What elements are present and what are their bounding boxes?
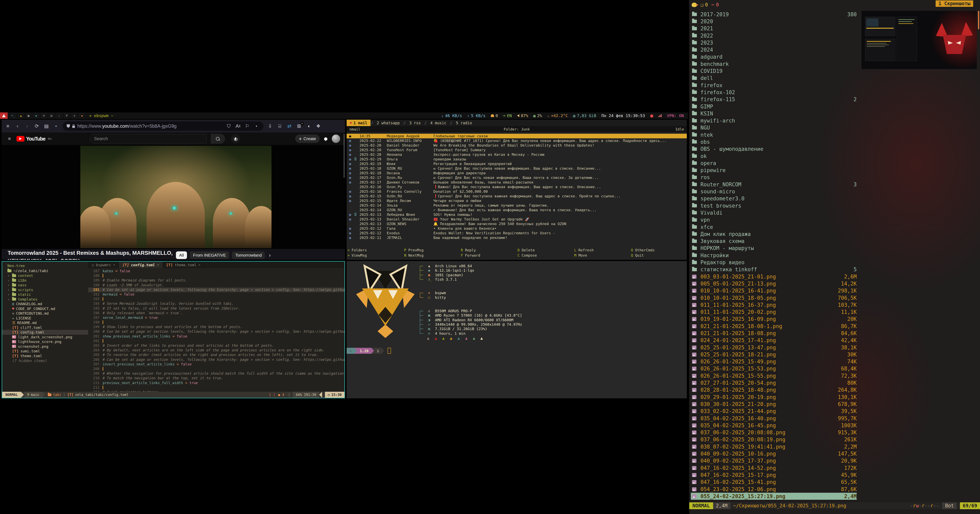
tree-file[interactable]: ≣CHANGELOG.md (2, 302, 88, 306)
file-row[interactable]: 010_10-01-2025_18-05.png706,5K (691, 294, 857, 301)
tree-folder[interactable]: ›i18n (2, 278, 88, 283)
file-row[interactable]: 040_09-02-2025_10-16.png147,5K (691, 450, 857, 457)
tree-file[interactable]: [T]sumi.toml (2, 349, 88, 353)
mail-tab-4[interactable]: 4 music (427, 120, 450, 126)
mail-row[interactable]: ●2025-02-12ExodusExodus Wallet: New Veri… (347, 231, 687, 236)
kitty-terminal-window[interactable]: ┌─▲Arch Linux x86_64├─◉6.12.16-lqx1-1-lq… (347, 261, 687, 398)
workspace-icon-kitty[interactable]: ▲ (19, 113, 23, 118)
file-row[interactable]: ok (691, 153, 857, 160)
mail-row[interactable]: ●2025-02-13Daniel Shnaider🧰 Your Warmy T… (347, 217, 687, 221)
yazi-tab-badge[interactable]: 1 Скриншоты (935, 0, 973, 7)
tree-folder[interactable]: ›templates (2, 297, 88, 302)
tree-root[interactable]: ~/zola_tabi/tabi (2, 268, 88, 273)
file-row[interactable]: 005_05-01-2025_21-13.png14,2K (691, 280, 857, 287)
tree-file[interactable]: ✦LICENSE (2, 316, 88, 321)
file-row[interactable]: sound-micro (691, 188, 857, 195)
file-row[interactable]: dell (691, 75, 857, 82)
file-row[interactable]: 2024 (691, 46, 857, 53)
workspace-icon-files[interactable]: ■ (26, 113, 31, 118)
file-row[interactable]: ntek (691, 131, 857, 138)
mail-row[interactable]: ●2025-02-12Гала• Клиенты для вашего бизн… (347, 226, 687, 231)
file-row[interactable]: Vivaldi (691, 209, 857, 216)
file-row[interactable]: mywifi-arch (691, 117, 857, 124)
rss-icon[interactable]: ⛉ (226, 123, 232, 129)
workspace-icon-grid[interactable]: # (64, 113, 69, 118)
mail-row[interactable]: 2025-02-16Ozon_Py❗Важно! Для Вас поступи… (347, 185, 687, 189)
mail-row[interactable]: ●2025-02-20НеонилаЭкспресс-доставка груз… (347, 152, 687, 157)
file-row[interactable]: 021_21-01-2025_18-08-1.png86,7K (691, 323, 857, 330)
file-row[interactable]: 038_07-02-2025_19:41:41.png2,2M (691, 443, 857, 450)
file-row[interactable]: OBS - шумоподавление (691, 146, 857, 153)
file-row[interactable]: test browsers (691, 202, 857, 209)
file-row[interactable]: firefox (691, 82, 857, 89)
reader-mode-icon[interactable]: Aᵡ (235, 123, 241, 129)
tree-file[interactable]: [T]config.toml (2, 330, 88, 335)
translate-icon[interactable]: ⇄ (286, 123, 293, 129)
tree-file[interactable]: ⚒CONTRIBUTING.md (2, 311, 88, 316)
file-row[interactable]: obs (691, 138, 857, 145)
file-row[interactable]: opera (691, 160, 857, 167)
help-binding[interactable]: RReply (460, 248, 517, 252)
avatar[interactable] (332, 135, 340, 143)
help-binding[interactable]: QQuit (630, 253, 687, 258)
arch-launcher-button[interactable] (0, 113, 8, 119)
file-row[interactable]: 2023 (691, 39, 857, 46)
file-row[interactable]: Router_NORCOM3 (691, 181, 857, 188)
file-row[interactable]: COVID19 (691, 67, 857, 75)
file-row[interactable]: firefox-102 (691, 89, 857, 96)
tree-folder[interactable]: ›static (2, 292, 88, 297)
file-row[interactable]: 037_06-02-2025_20:08:19.png261K (691, 436, 857, 443)
tree-file[interactable]: [T]cliff.toml (2, 325, 88, 330)
file-row[interactable]: 010_10-01-2025_16-41.png298,1K (691, 287, 857, 294)
file-row[interactable]: 054_23-02-2025_12-06.png87,6K (691, 486, 857, 493)
forward-icon[interactable]: › (24, 123, 30, 129)
mail-row[interactable]: ●2025-02-19Ольгаприведем заказы (347, 157, 687, 161)
file-row[interactable]: 011_11-01-2025_20-02.png11,1K (691, 309, 857, 315)
reload-icon[interactable]: ⟳ (34, 123, 40, 129)
bookmark-icon[interactable]: ⚐ (244, 123, 250, 129)
mail-tab-1[interactable]: 1 mail (347, 120, 371, 126)
help-binding[interactable]: NNextMsg (403, 253, 460, 258)
file-row[interactable]: 047_16-02-2025_14-52.png172K (691, 465, 857, 471)
file-row[interactable]: 037_06-02-2025_20:08:08.png915,3K (691, 429, 857, 436)
file-row[interactable]: NGU (691, 124, 857, 131)
mail-row[interactable]: ●2025-02-17Ozon.Ru✉ Срочно! Для Вас есть… (347, 175, 687, 180)
filter-chip[interactable]: All (176, 251, 187, 259)
help-binding[interactable]: CCompose (517, 253, 573, 258)
shell-prompt[interactable]: ~ 1.20 $ (347, 348, 391, 354)
mail-tab-2[interactable]: 2 whatsapp (374, 120, 403, 126)
workspace-icon-downloads[interactable]: ↓ (57, 113, 62, 118)
workspace-icon-terminal[interactable]: >_ (11, 113, 16, 118)
file-row[interactable]: 035_04-02-2025_16-45.png1003K (691, 422, 857, 429)
close-icon[interactable]: ✕ (113, 263, 115, 267)
file-row[interactable]: KSIN (691, 110, 857, 117)
yazi-scrollbar[interactable] (978, 11, 979, 29)
container-mask-icon[interactable]: ◖ (305, 123, 312, 129)
mail-row[interactable]: ●2025-02-13Лебедева ЮлияSOS! Нужна помощ… (347, 212, 687, 217)
file-row[interactable]: 025_25-01-2025_13-47.png38,1K (691, 344, 857, 351)
workspace-icon-windows[interactable]: ⊞ (41, 113, 46, 118)
file-row[interactable]: pipewire (691, 167, 857, 174)
file-row[interactable]: benchmark (691, 60, 857, 67)
workspace-icon-chat[interactable]: ◆ (34, 113, 38, 118)
youtube-menu-icon[interactable]: ≡ (6, 136, 13, 142)
file-row[interactable]: Настройки (691, 252, 857, 259)
close-icon[interactable]: ✕ (157, 263, 159, 267)
tree-folder[interactable]: ›content (2, 273, 88, 278)
file-row[interactable]: 2020 (691, 18, 857, 25)
bookmark-dropdown-icon[interactable]: ▾ (253, 124, 259, 128)
filter-chip[interactable]: Tomorrowland (232, 251, 265, 259)
file-row[interactable]: 030_30-01-2025_21-20.png678,9K (691, 401, 857, 407)
file-row[interactable]: Редактор видео (691, 259, 857, 266)
file-row[interactable]: 029_29-01-2025_20-19.png130,1K (691, 393, 857, 401)
file-row[interactable]: 040_09-02-2025_17-37.png20,9K (691, 457, 857, 465)
tree-file[interactable]: [T]theme.toml (2, 353, 88, 358)
tree-file[interactable]: screenshot.png (2, 344, 88, 349)
file-row[interactable]: 2017-2019380 (691, 11, 857, 18)
help-binding[interactable]: LRefresh (573, 248, 630, 252)
file-row[interactable]: 047_16-02-2025_15-17.png45,9K (691, 471, 857, 479)
file-row[interactable]: 026_26-01-2025_15-53.png68,4K (691, 365, 857, 372)
mail-row[interactable]: ●2025-02-20Daniel ShnaiderWe Are Breakin… (347, 143, 687, 148)
back-icon[interactable]: ‹ (14, 123, 21, 129)
library-icon[interactable]: ⌸ (277, 123, 283, 129)
